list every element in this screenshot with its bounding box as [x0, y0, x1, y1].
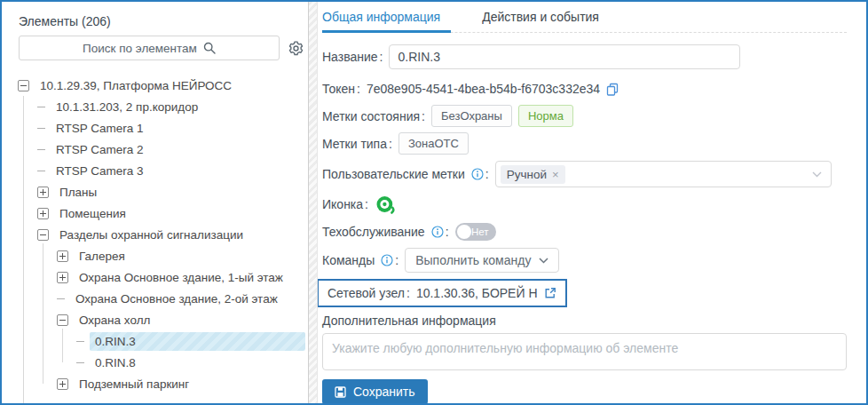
tree-indent — [2, 213, 37, 214]
copy-token-button[interactable] — [606, 83, 619, 96]
label-colon: : — [485, 167, 489, 181]
toggle-state-text: Нет — [471, 226, 489, 237]
save-row: Сохранить — [322, 379, 847, 403]
tree-indent — [2, 362, 76, 363]
status-badge: БезОхраны — [431, 105, 512, 127]
label-colon: : — [395, 253, 398, 267]
additional-info-textarea[interactable] — [322, 333, 847, 370]
tree-item-label: Охрана Основное здание, 2-ой этаж — [70, 290, 283, 308]
tree-indent — [2, 298, 57, 299]
tree-item-label: 10.1.29.39, Платформа НЕЙРОСС — [35, 76, 237, 95]
tree-indent — [2, 107, 37, 107]
commands-row: Команды : Выполнить команду — [322, 248, 847, 273]
tree-item-label: Подземный паркинг — [74, 375, 194, 393]
tree-branch-tick — [76, 362, 84, 363]
additional-info-wrap — [322, 333, 847, 370]
chevron-down-icon — [812, 171, 822, 178]
remove-tag-icon[interactable]: × — [552, 169, 559, 180]
external-link-icon — [544, 287, 556, 299]
tree-item[interactable]: Охрана Основное здание, 2-ой этаж — [2, 288, 308, 309]
collapse-icon[interactable] — [57, 314, 68, 326]
tree-branch-tick — [76, 341, 84, 342]
tree-item-label: Планы — [54, 183, 102, 202]
tree-branch-tick — [37, 171, 45, 171]
tree-item-label: RTSP Camera 2 — [51, 140, 149, 159]
tree-item[interactable]: RTSP Camera 1 — [2, 117, 308, 139]
tree-indent — [2, 384, 57, 385]
type-tags-label: Метки типа — [322, 137, 387, 151]
maintenance-label: Техобслуживание — [322, 225, 425, 239]
elements-sidebar: Элементы (206) Поиск по элементам 10 — [2, 2, 308, 403]
tree-item-label: RTSP Camera 3 — [51, 162, 149, 180]
name-input[interactable] — [389, 44, 740, 69]
chevron-down-icon — [539, 258, 548, 264]
tree-item[interactable]: 0.RIN.3 — [2, 330, 308, 352]
tree-settings-button[interactable] — [288, 40, 304, 57]
tree-item[interactable]: Охрана холл — [2, 309, 308, 330]
tree-branch-tick — [37, 128, 45, 129]
tree-item-label: Помещения — [54, 204, 131, 223]
tree-indent — [2, 171, 37, 171]
label-colon: : — [389, 137, 392, 151]
tree-item[interactable]: 0.RIN.8 — [2, 352, 308, 373]
tab-actions-events[interactable]: Действия и события — [482, 2, 599, 32]
save-button-label: Сохранить — [353, 385, 415, 399]
expand-icon[interactable] — [57, 250, 68, 262]
icon-label: Иконка — [322, 197, 363, 211]
expand-icon[interactable] — [37, 208, 49, 219]
search-input[interactable]: Поиск по элементам — [19, 36, 280, 60]
tree-branch-tick — [37, 149, 45, 150]
network-node-highlight-box: Сетевой узел : 10.1.30.36, БОРЕЙ Н — [318, 279, 567, 307]
tree-item[interactable]: 10.1.29.39, Платформа НЕЙРОСС — [2, 75, 308, 96]
tree-item[interactable]: Подземный паркинг — [2, 373, 308, 394]
collapse-icon[interactable] — [18, 80, 29, 91]
token-value: 7e08e905-4541-4bea-b54b-f6703c332e34 — [367, 82, 600, 96]
alarm-bell-icon — [375, 193, 398, 216]
state-tags-row: Метки состояния : БезОхраны Норма — [322, 105, 847, 127]
tree-item[interactable]: 10.1.31.203, 2 пр.коридор — [2, 96, 308, 117]
status-badge: Норма — [518, 105, 573, 127]
user-tags-row: Пользовательские метки : Ручной × — [322, 161, 847, 187]
details-panel: Общая информация Действия и события Назв… — [318, 2, 866, 403]
label-colon: : — [446, 225, 449, 239]
tree-item[interactable]: Планы — [2, 181, 308, 202]
copy-icon — [606, 83, 619, 96]
expand-icon[interactable] — [57, 272, 68, 283]
tree-item[interactable]: Галерея — [2, 245, 308, 266]
save-button[interactable]: Сохранить — [322, 379, 428, 403]
user-tags-select[interactable]: Ручной × — [495, 161, 832, 187]
tree-item-label: 0.RIN.3 — [90, 332, 305, 351]
tab-general-info[interactable]: Общая информация — [322, 2, 440, 32]
tree-item-label: RTSP Camera 1 — [51, 119, 149, 138]
open-network-node-link[interactable] — [544, 287, 556, 299]
execute-command-dropdown[interactable]: Выполнить команду — [405, 248, 559, 273]
tree-item[interactable]: RTSP Camera 2 — [2, 139, 308, 160]
tree-item[interactable]: Охрана Основное здание, 1-ый этаж — [2, 266, 308, 288]
tree-item-label: Охрана холл — [74, 311, 155, 330]
panel-splitter[interactable] — [308, 2, 318, 403]
tree-item-label: Галерея — [74, 247, 130, 266]
search-row: Поиск по элементам — [19, 36, 306, 60]
network-node-row: Сетевой узел : 10.1.30.36, БОРЕЙ Н — [322, 279, 847, 307]
user-tag-chip: Ручной × — [501, 165, 565, 184]
icon-row: Иконка : — [322, 192, 847, 217]
collapse-icon[interactable] — [37, 229, 49, 241]
maintenance-toggle[interactable]: Нет — [455, 223, 496, 241]
state-tags-label: Метки состояния — [322, 109, 420, 123]
app-window: Элементы (206) Поиск по элементам 10 — [0, 0, 868, 405]
tree-indent — [2, 256, 57, 257]
tree-branch-tick — [57, 298, 65, 299]
save-floppy-icon — [335, 386, 346, 398]
expand-icon[interactable] — [37, 187, 49, 198]
tree-item[interactable]: Разделы охранной сигнализации — [2, 224, 308, 245]
network-node-value: 10.1.30.36, БОРЕЙ Н — [416, 286, 538, 300]
tree-item-label: 0.RIN.8 — [90, 353, 141, 372]
expand-icon[interactable] — [57, 378, 68, 390]
search-icon — [203, 42, 216, 54]
tree-item[interactable]: Помещения — [2, 202, 308, 224]
tree-item[interactable]: RTSP Camera 3 — [2, 160, 308, 181]
elements-title: Элементы (206) — [19, 14, 308, 28]
additional-info-label: Дополнительная информация — [322, 314, 847, 328]
user-tags-label: Пользовательские метки — [322, 167, 465, 181]
tree-indent — [2, 277, 57, 278]
